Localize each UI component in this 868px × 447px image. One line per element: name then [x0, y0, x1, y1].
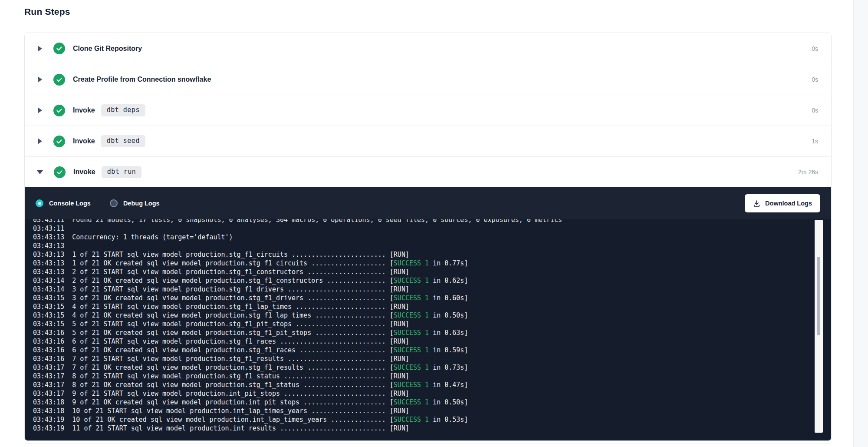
radio-debug-logs-label: Debug Logs	[123, 200, 160, 207]
check-circle-icon	[54, 166, 66, 178]
caret-down-icon[interactable]	[36, 170, 43, 174]
log-line: 03:43:18 10 of 21 START sql view model p…	[33, 407, 831, 415]
console-header: Console Logs Debug Logs Download Logs	[25, 187, 831, 219]
check-circle-icon	[53, 105, 65, 116]
command-badge: dbt deps	[101, 104, 145, 116]
step-row-2[interactable]: Create Profile from Connection snowflake…	[25, 64, 831, 95]
step-duration: 0s	[812, 45, 818, 52]
log-line: 03:43:13 1 of 21 START sql view model pr…	[33, 250, 831, 259]
log-scrollbar-thumb[interactable]	[817, 257, 820, 335]
check-circle-icon	[53, 43, 65, 54]
radio-console-logs-label: Console Logs	[49, 200, 91, 207]
log-line: 03:43:11	[33, 224, 831, 233]
run-steps-card: Clone Git Repository0sCreate Profile fro…	[24, 33, 832, 441]
log-line: 03:43:13 Concurrency: 1 threads (target=…	[33, 233, 831, 242]
log-line: 03:43:16 6 of 21 OK created sql view mod…	[33, 346, 831, 354]
caret-right-icon[interactable]	[38, 138, 42, 144]
caret-right-icon[interactable]	[38, 46, 42, 52]
log-line: 03:43:19 10 of 21 OK created sql view mo…	[33, 415, 831, 424]
log-line: 03:43:17 7 of 21 OK created sql view mod…	[33, 363, 831, 372]
radio-debug-logs[interactable]: Debug Logs	[110, 199, 160, 207]
log-line: 03:43:17 8 of 21 START sql view model pr…	[33, 372, 831, 381]
step-row-1[interactable]: Clone Git Repository0s	[25, 33, 831, 64]
step-label: Create Profile from Connection snowflake	[73, 76, 211, 83]
log-line: 03:43:13 2 of 21 START sql view model pr…	[33, 268, 831, 276]
log-line: 03:43:11 Found 21 models, 17 tests, 0 sn…	[33, 219, 831, 224]
step-duration: 0s	[812, 76, 818, 83]
console-log-viewport[interactable]: 03:43:11 Found 21 models, 17 tests, 0 sn…	[25, 219, 831, 440]
step-duration: 2m 26s	[798, 169, 818, 175]
run-steps-page: Run Steps Clone Git Repository0sCreate P…	[0, 0, 868, 441]
check-circle-icon	[53, 136, 65, 147]
download-logs-label: Download Logs	[765, 200, 812, 207]
log-line: 03:43:15 3 of 21 OK created sql view mod…	[33, 294, 831, 302]
log-line: 03:43:18 9 of 21 OK created sql view mod…	[33, 398, 831, 407]
caret-right-icon[interactable]	[38, 107, 42, 113]
step-label: Invoke	[73, 168, 95, 176]
log-line: 03:43:16 5 of 21 OK created sql view mod…	[33, 328, 831, 337]
log-line: 03:43:15 4 of 21 OK created sql view mod…	[33, 311, 831, 320]
next-section-divider	[24, 444, 832, 444]
command-badge: dbt run	[102, 166, 142, 178]
log-line: 03:43:13	[33, 242, 831, 250]
log-line: 03:43:14 3 of 21 START sql view model pr…	[33, 285, 831, 294]
download-icon	[753, 200, 760, 207]
step-row-5[interactable]: Invokedbt run2m 26s	[25, 156, 831, 187]
log-line: 03:43:15 5 of 21 START sql view model pr…	[33, 320, 831, 328]
step-label: Invoke	[73, 106, 95, 114]
radio-unselected-icon[interactable]	[110, 199, 118, 207]
log-scrollbar[interactable]	[815, 220, 823, 433]
check-circle-icon	[53, 74, 65, 86]
step-duration: 0s	[812, 107, 818, 114]
radio-console-logs[interactable]: Console Logs	[36, 199, 91, 207]
log-line: 03:43:16 6 of 21 START sql view model pr…	[33, 337, 831, 346]
log-line: 03:43:17 9 of 21 START sql view model pr…	[33, 389, 831, 398]
log-line: 03:43:13 1 of 21 OK created sql view mod…	[33, 259, 831, 268]
step-row-4[interactable]: Invokedbt seed1s	[25, 126, 831, 156]
step-label: Invoke	[73, 137, 95, 145]
log-line: 03:43:19 11 of 21 START sql view model p…	[33, 424, 831, 433]
step-duration: 1s	[812, 138, 818, 145]
download-logs-button[interactable]: Download Logs	[745, 194, 820, 212]
log-line: 03:43:16 7 of 21 START sql view model pr…	[33, 354, 831, 363]
page-title: Run Steps	[24, 5, 868, 18]
step-row-3[interactable]: Invokedbt deps0s	[25, 95, 831, 126]
log-line: 03:43:14 2 of 21 OK created sql view mod…	[33, 276, 831, 285]
caret-right-icon[interactable]	[38, 76, 42, 83]
command-badge: dbt seed	[101, 135, 145, 147]
log-line: 03:43:15 4 of 21 START sql view model pr…	[33, 302, 831, 311]
step-rows: Clone Git Repository0sCreate Profile fro…	[25, 33, 831, 187]
radio-selected-icon[interactable]	[36, 199, 43, 207]
step-label: Clone Git Repository	[73, 45, 142, 53]
console-panel: Console Logs Debug Logs Download Logs	[25, 187, 831, 440]
page-right-gutter	[853, 0, 868, 447]
log-line: 03:43:17 8 of 21 OK created sql view mod…	[33, 381, 831, 389]
console-log-lines: 03:43:11 Found 21 models, 17 tests, 0 sn…	[33, 219, 831, 433]
